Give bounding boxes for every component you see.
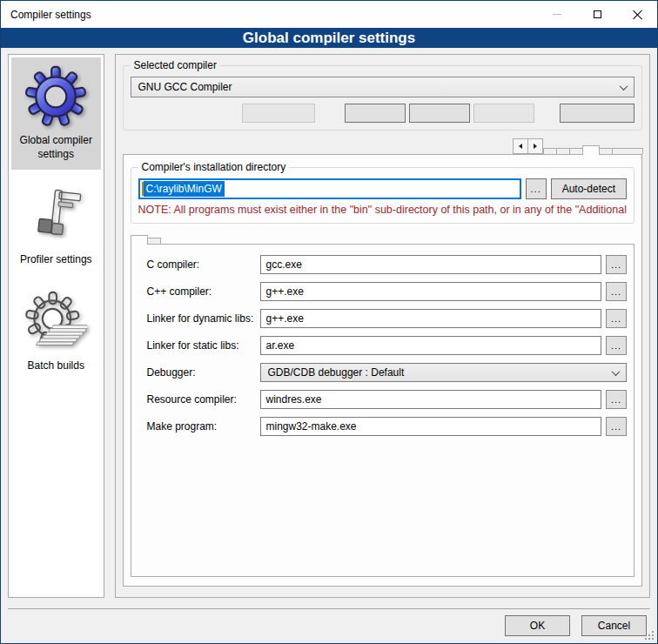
browse-button[interactable]: ... <box>606 282 627 301</box>
browse-button[interactable]: ... <box>606 336 627 355</box>
row-linker-dynamic: Linker for dynamic libs: g++.exe g++.exe <box>147 309 628 328</box>
field-value: mingw32-make.exe <box>266 420 357 433</box>
blue-gear-icon <box>24 65 87 128</box>
tab-scroll-left-button[interactable] <box>513 138 528 154</box>
field-value: g++.exe <box>266 285 304 298</box>
row-cpp-compiler: C++ compiler: g++.exe g++.exe <box>147 282 628 301</box>
title-bar: Compiler settings <box>1 1 657 28</box>
field-input[interactable]: gcc.exe <box>260 255 602 274</box>
field-input[interactable]: g++.exe <box>260 309 602 328</box>
selected-compiler-group: Selected compiler GNU GCC Compiler <box>123 65 643 131</box>
browse-button[interactable]: ... <box>606 417 627 436</box>
program-files-tabs <box>131 235 635 244</box>
dialog-footer: OK Cancel <box>1 608 657 643</box>
arrow-left-icon <box>519 144 522 149</box>
copy-button[interactable] <box>345 104 406 123</box>
field-label: C compiler: <box>147 258 260 271</box>
field-value: g++.exe <box>266 312 304 325</box>
reset-defaults-button[interactable] <box>560 104 634 123</box>
selected-compiler-group-label: Selected compiler <box>131 59 220 71</box>
chevron-down-icon <box>612 367 621 376</box>
header-banner: Global compiler settings <box>1 28 657 48</box>
tab-scroll-right-button[interactable] <box>527 138 543 154</box>
compiler-tabs <box>123 138 643 154</box>
field-value: ar.exe <box>266 339 295 352</box>
field-input[interactable]: windres.exe <box>260 390 602 409</box>
cancel-button[interactable]: Cancel <box>581 615 647 636</box>
browse-button[interactable]: ... <box>606 309 627 328</box>
field-dropdown[interactable]: GDB/CDB debugger : Default <box>260 363 628 382</box>
browse-directory-button[interactable]: ... <box>526 178 547 199</box>
field-value: gcc.exe <box>266 258 302 271</box>
compiler-notebook: Compiler's installation directory C:\ray… <box>123 138 643 587</box>
tab-compiler-settings[interactable] <box>543 148 557 154</box>
field-label: Debugger: <box>147 366 260 379</box>
installation-directory-group-label: Compiler's installation directory <box>138 161 290 173</box>
compiler-settings-dialog: Compiler settings <box>0 0 658 644</box>
tab-build-options[interactable] <box>612 148 643 154</box>
row-resource-compiler: Resource compiler: windres.exe windres.e… <box>147 390 628 409</box>
program-files-page: C compiler: gcc.exe gcc.exe . <box>131 244 635 577</box>
maximize-icon <box>594 10 601 18</box>
tab-search-directories[interactable] <box>569 148 583 154</box>
global-compiler-settings-panel: Selected compiler GNU GCC Compiler <box>115 54 651 598</box>
browse-button[interactable]: ... <box>606 390 627 409</box>
program-files-notebook: C compiler: gcc.exe gcc.exe . <box>131 235 635 577</box>
sidebar-item-label: Global compiler settings <box>13 134 99 161</box>
batch-builds-gear-icon <box>24 291 87 353</box>
field-input[interactable]: ar.exe <box>260 336 602 355</box>
field-label: Linker for static libs: <box>147 339 260 352</box>
row-debugger: Debugger: GDB/CDB debugger : Default GDB… <box>147 363 628 382</box>
compiler-actions <box>131 104 635 123</box>
tab-scroll-controls <box>514 138 543 154</box>
auto-detect-button[interactable]: Auto-detect <box>551 178 627 199</box>
minimize-button <box>537 1 577 28</box>
window-controls <box>537 1 657 28</box>
sidebar-item-profiler-settings[interactable]: Profiler settings <box>11 177 101 276</box>
note-text: NOTE: All programs must exist either in … <box>138 204 628 216</box>
ok-button[interactable]: OK <box>505 615 570 636</box>
rename-button[interactable] <box>409 104 470 123</box>
tab-custom-variables[interactable] <box>599 148 613 154</box>
tab-linker-settings[interactable] <box>556 148 570 154</box>
field-label: Make program: <box>147 420 260 433</box>
toolchain-executables-page: Compiler's installation directory C:\ray… <box>123 154 643 587</box>
sidebar-item-global-compiler-settings[interactable]: Global compiler settings <box>11 57 101 170</box>
minimize-icon <box>553 14 561 15</box>
set-as-default-button <box>242 104 315 123</box>
tab-additional-paths[interactable] <box>147 238 161 244</box>
resize-grip[interactable] <box>652 638 654 640</box>
maximize-button[interactable] <box>577 1 617 28</box>
field-input[interactable]: mingw32-make.exe <box>260 417 602 436</box>
installation-directory-value: C:\raylib\MinGW <box>144 181 225 197</box>
sidebar-item-label: Batch builds <box>28 359 84 373</box>
field-label: Resource compiler: <box>147 393 260 406</box>
field-label: C++ compiler: <box>147 285 260 298</box>
sidebar-item-batch-builds[interactable]: Batch builds <box>11 283 101 382</box>
field-label: Linker for dynamic libs: <box>147 312 260 325</box>
installation-directory-input[interactable]: C:\raylib\MinGW <box>138 178 521 199</box>
installation-directory-group: Compiler's installation directory C:\ray… <box>131 167 635 224</box>
selected-compiler-dropdown[interactable]: GNU GCC Compiler <box>131 77 635 97</box>
row-c-compiler: C compiler: gcc.exe gcc.exe . <box>147 255 628 274</box>
row-linker-static: Linker for static libs: ar.exe ar.exe <box>147 336 628 355</box>
tab-program-files[interactable] <box>131 235 148 245</box>
page-title: Global compiler settings <box>243 30 415 46</box>
tab-toolchain-executables[interactable] <box>582 145 600 155</box>
close-icon <box>632 10 642 20</box>
row-make-program: Make program: mingw32-make.exe mingw32-m… <box>147 417 628 436</box>
window-title: Compiler settings <box>1 9 537 21</box>
arrow-right-icon <box>534 144 537 149</box>
browse-button[interactable]: ... <box>606 255 627 274</box>
field-value: GDB/CDB debugger : Default <box>268 366 405 379</box>
field-input[interactable]: g++.exe <box>260 282 602 301</box>
selected-compiler-value: GNU GCC Compiler <box>138 81 232 93</box>
settings-category-list: Global compiler settings <box>8 54 104 598</box>
chevron-down-icon <box>620 82 628 91</box>
field-value: windres.exe <box>266 393 322 406</box>
caliper-icon <box>27 187 84 245</box>
close-button[interactable] <box>617 1 657 28</box>
delete-button <box>473 104 534 123</box>
sidebar-item-label: Profiler settings <box>20 253 92 267</box>
